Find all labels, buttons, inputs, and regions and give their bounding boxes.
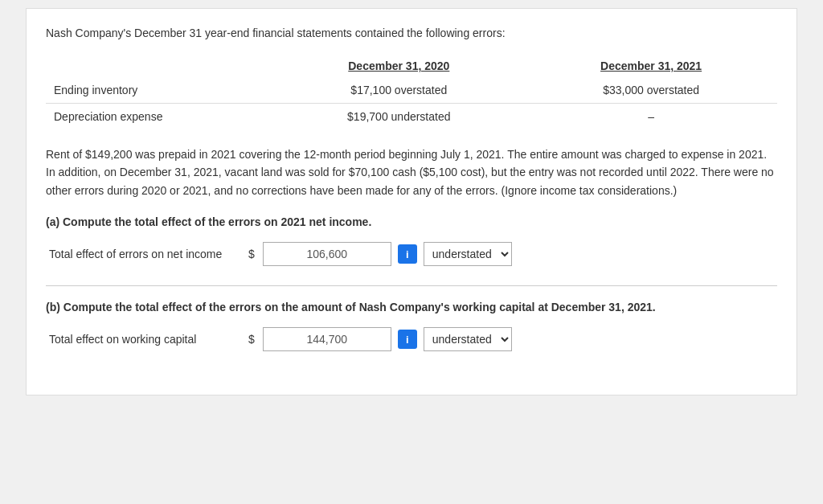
section-a-input-row: Total effect of errors on net income $ i… [46, 242, 777, 266]
row-value-2021-depreciation: – [525, 104, 777, 130]
col-header-empty [46, 55, 272, 77]
section-divider [46, 285, 777, 286]
section-b-dropdown[interactable]: understated overstated [424, 327, 512, 351]
section-b-row-label: Total effect on working capital [49, 333, 242, 346]
table-row: Ending inventory $17,100 overstated $33,… [46, 77, 777, 104]
section-b-info-button[interactable]: i [398, 330, 417, 349]
table-row: Depreciation expense $19,700 understated… [46, 104, 777, 130]
section-a-info-button[interactable]: i [398, 244, 417, 264]
description-text: Rent of $149,200 was prepaid in 2021 cov… [46, 145, 777, 199]
section-a-label: (a) Compute the total effect of the erro… [46, 214, 777, 231]
col-header-2020: December 31, 2020 [272, 55, 525, 77]
row-value-2021-ending-inventory: $33,000 overstated [525, 77, 777, 104]
row-value-2020-ending-inventory: $17,100 overstated [272, 77, 525, 104]
section-a-row-label: Total effect of errors on net income [49, 248, 242, 260]
row-label-ending-inventory: Ending inventory [46, 77, 272, 104]
section-b-value-input[interactable] [263, 327, 391, 351]
section-a-dropdown[interactable]: understated overstated [424, 242, 512, 266]
intro-text: Nash Company's December 31 year-end fina… [46, 25, 777, 42]
section-a-dollar: $ [248, 248, 255, 260]
row-value-2020-depreciation: $19,700 understated [272, 104, 525, 130]
errors-table: December 31, 2020 December 31, 2021 Endi… [46, 55, 777, 129]
info-icon: i [406, 334, 409, 346]
section-b-label: (b) Compute the total effect of the erro… [46, 299, 777, 316]
info-icon: i [406, 248, 409, 260]
section-b-dollar: $ [248, 333, 255, 346]
section-b-input-row: Total effect on working capital $ i unde… [46, 327, 777, 351]
main-container: Nash Company's December 31 year-end fina… [26, 8, 797, 395]
row-label-depreciation: Depreciation expense [46, 104, 272, 130]
section-a-value-input[interactable] [263, 242, 391, 266]
col-header-2021: December 31, 2021 [525, 55, 777, 77]
